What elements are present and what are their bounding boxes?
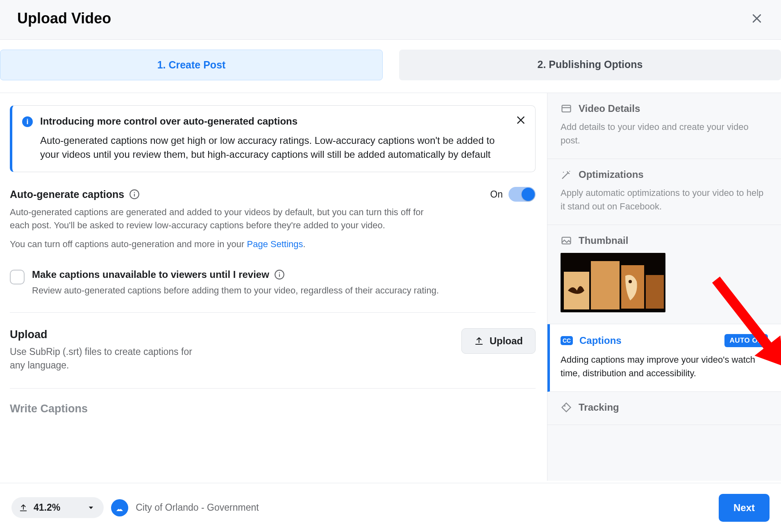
tab-create-post[interactable]: 1. Create Post (0, 50, 383, 80)
info-banner-close-button[interactable] (515, 114, 527, 126)
sidebar-item-optimizations[interactable]: Optimizations Apply automatic optimizati… (547, 159, 781, 225)
next-button[interactable]: Next (719, 494, 770, 522)
svg-point-16 (629, 280, 632, 283)
help-icon[interactable] (129, 189, 140, 200)
auto-generate-desc-2: You can turn off captions auto-generatio… (10, 238, 436, 251)
svg-rect-13 (591, 261, 620, 309)
wand-icon (561, 169, 572, 180)
upload-icon (474, 336, 484, 346)
sidebar-item-captions[interactable]: CC Captions AUTO ON Adding captions may … (547, 324, 781, 392)
review-checkbox-desc: Review auto-generated captions before ad… (32, 285, 439, 296)
help-icon[interactable] (274, 269, 285, 280)
close-icon (515, 115, 526, 125)
svg-point-9 (563, 172, 564, 173)
upload-progress-value: 41.2% (34, 502, 60, 513)
svg-rect-4 (279, 272, 280, 273)
upload-icon (19, 503, 28, 512)
page-name-label: City of Orlando - Government (136, 502, 259, 513)
toggle-state-label: On (490, 189, 503, 200)
tab-publishing-options[interactable]: 2. Publishing Options (399, 50, 781, 80)
auto-generate-desc: Auto-generated captions are generated an… (10, 206, 436, 232)
review-checkbox[interactable] (10, 270, 25, 284)
svg-rect-5 (279, 274, 280, 277)
tag-icon (561, 402, 572, 413)
info-icon: i (22, 116, 33, 127)
svg-point-18 (119, 508, 120, 509)
svg-rect-1 (134, 192, 135, 193)
svg-rect-2 (134, 194, 135, 197)
close-button[interactable] (750, 11, 764, 25)
chevron-down-icon (87, 504, 95, 512)
auto-on-badge: AUTO ON (724, 334, 768, 347)
page-settings-link[interactable]: Page Settings (247, 239, 303, 249)
upload-progress-dropdown[interactable]: 41.2% (11, 497, 104, 518)
card-icon (561, 103, 572, 114)
upload-button[interactable]: Upload (461, 328, 536, 354)
cc-icon: CC (561, 336, 573, 345)
thumbnail-preview[interactable] (561, 253, 665, 312)
auto-generate-title: Auto-generate captions (10, 189, 124, 200)
page-title: Upload Video (17, 10, 111, 27)
close-icon (751, 12, 763, 25)
svg-rect-15 (646, 275, 664, 309)
upload-section-desc: Use SubRip (.srt) files to create captio… (10, 345, 207, 373)
upload-section-title: Upload (10, 328, 207, 341)
info-banner-body: Auto-generated captions now get high or … (40, 134, 507, 161)
page-avatar[interactable] (111, 499, 128, 516)
info-banner: i Introducing more control over auto-gen… (10, 105, 536, 172)
info-banner-title: Introducing more control over auto-gener… (40, 116, 507, 127)
image-icon (561, 235, 572, 246)
sidebar-item-video-details[interactable]: Video Details Add details to your video … (547, 93, 781, 159)
sidebar-item-tracking[interactable]: Tracking (547, 392, 781, 425)
write-captions-title: Write Captions (10, 402, 536, 415)
svg-point-17 (564, 405, 566, 407)
svg-rect-6 (562, 105, 571, 112)
svg-point-8 (569, 171, 570, 172)
review-checkbox-label: Make captions unavailable to viewers unt… (32, 269, 269, 280)
auto-generate-toggle[interactable] (509, 187, 536, 202)
sidebar-item-thumbnail[interactable]: Thumbnail (547, 225, 781, 324)
